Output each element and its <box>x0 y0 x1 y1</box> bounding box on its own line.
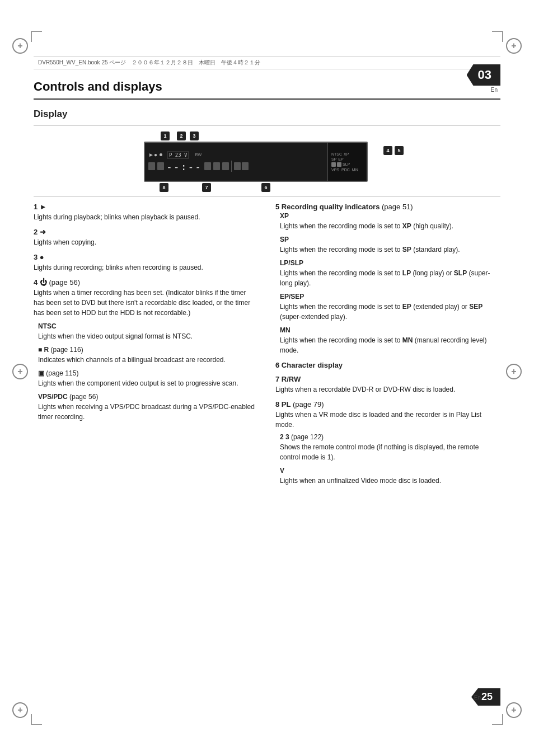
lcd-rw: RW <box>195 153 202 157</box>
seg-3 <box>204 162 211 170</box>
section-title-text: Controls and displays <box>34 79 162 93</box>
seg-2 <box>157 162 164 170</box>
item-8-23-header: 2 3 (page 122) <box>280 433 500 441</box>
lcd-ntsc-xp: NTSC XP <box>331 152 349 156</box>
lcd-dots <box>234 162 249 170</box>
sq-icon-2 <box>337 162 341 167</box>
right-column: 5 Recording quality indicators (page 51)… <box>275 203 500 491</box>
lcd-playback-icons: ►● <box>148 152 162 158</box>
label-7: 7 <box>202 183 211 192</box>
item-7: 7 R/RW Lights when a recordable DVD-R or… <box>275 375 500 395</box>
divider-line <box>231 161 232 172</box>
item-3-header: 3 ● <box>34 253 259 261</box>
lcd-channel: P 23 V <box>167 152 190 158</box>
item-3: 3 ● Lights during recording; blinks when… <box>34 253 259 273</box>
vpspdc-body: Lights when receiving a VPS/PDC broadcas… <box>38 402 259 422</box>
lcd-time: --:-- <box>166 161 202 172</box>
diagram-bottom-labels: 8 7 6 <box>144 183 390 192</box>
item-2-header: 2 ➜ <box>34 228 259 236</box>
epsep-header: EP/SEP <box>280 293 500 300</box>
item-7-title: R/RW <box>282 375 301 383</box>
progressive-body: Lights when the component video output i… <box>38 378 259 388</box>
item-7-num: 7 <box>275 375 279 383</box>
main-content: Controls and displays Display 1 2 3 ►● <box>34 73 500 700</box>
lcd-vps-pdc: VPS PDC MN <box>331 168 358 172</box>
subsection-divider <box>34 125 500 126</box>
seg-5 <box>222 162 229 170</box>
lcd-bottom-row: --:-- <box>148 161 324 172</box>
item-8-pageref: (page 79) <box>293 400 324 408</box>
lpslp-header: LP/SLP <box>280 259 500 267</box>
reg-mark-mid-left <box>12 364 28 379</box>
reg-mark-bottom-right <box>506 702 522 718</box>
ntsc-header: NTSC <box>38 322 259 330</box>
pdc-label: PDC <box>341 168 350 172</box>
item-1-body: Lights during playback; blinks when play… <box>34 212 259 222</box>
label-4: 4 <box>383 146 392 155</box>
reg-mark-top-right <box>506 38 522 54</box>
item-5-header: 5 Recording quality indicators (page 51) <box>275 203 500 211</box>
sq-icon-1 <box>331 162 336 167</box>
item-6-header: 6 Character display <box>275 361 500 369</box>
lcd-segments: --:-- <box>148 161 249 172</box>
play-icon: ►● <box>148 152 157 158</box>
bilingual-header: ■ R (page 116) <box>38 346 259 354</box>
lcd-display: ►● P 23 V RW --:-- <box>144 142 368 182</box>
item-5-pageref: (page 51) <box>382 203 413 211</box>
seg-1 <box>148 162 155 170</box>
xp-label: XP <box>344 152 349 156</box>
lcd-left-section: ►● P 23 V RW --:-- <box>145 143 327 181</box>
slp-label: SLP <box>343 162 350 166</box>
bilingual-pageref: (page 116) <box>51 346 83 354</box>
reg-mark-top-left <box>12 38 28 54</box>
item-3-num: 3 <box>34 253 38 261</box>
item-3-body: Lights during recording; blinks when rec… <box>34 262 259 273</box>
label-3: 3 <box>190 132 199 140</box>
item-5-num: 5 <box>275 203 279 211</box>
item-6-num: 6 <box>275 361 279 369</box>
item-6: 6 Character display <box>275 361 500 369</box>
item-5-title: Recording quality indicators <box>282 203 380 211</box>
item-columns: 1 ► Lights during playback; blinks when … <box>34 203 500 491</box>
item-8-title: PL <box>282 400 291 408</box>
item-8-header: 8 PL (page 79) <box>275 400 500 408</box>
item-1-header: 1 ► <box>34 203 259 211</box>
item-5-xp: XP Lights when the recording mode is set… <box>280 212 500 231</box>
item-4-ntsc: NTSC Lights when the video output signal… <box>38 322 259 341</box>
subsection-title-text: Display <box>34 109 67 119</box>
item-5-sp: SP Lights when the recording mode is set… <box>280 236 500 255</box>
crop-mark-tr <box>492 31 503 42</box>
lcd-sq-icons: SLP <box>331 162 350 167</box>
item-8-23: 2 3 (page 122) Shows the remote control … <box>280 433 500 462</box>
epsep-body: Lights when the recording mode is set to… <box>280 302 500 322</box>
label-2: 2 <box>177 132 186 140</box>
reg-mark-bottom-left <box>12 702 28 718</box>
xp-body: Lights when the recording mode is set to… <box>280 221 500 231</box>
dot-seg-2 <box>242 162 249 170</box>
item-5-mn: MN Lights when the recording mode is set… <box>280 326 500 355</box>
left-column: 1 ► Lights during playback; blinks when … <box>34 203 259 491</box>
item-4-vpspdc: VPS/PDC (page 56) Lights when receiving … <box>38 393 259 422</box>
item-2-body: Lights when copying. <box>34 237 259 247</box>
item-8-body: Lights when a VR mode disc is loaded and… <box>275 410 500 430</box>
section-title: Controls and displays <box>34 73 500 100</box>
seg-4 <box>213 162 220 170</box>
meta-bar: DVR550H_WV_EN.book 25 ページ ２００６年１２月２８日 木曜… <box>34 56 500 69</box>
sp-label: SP <box>331 157 336 161</box>
mn-body: Lights when the recording mode is set to… <box>280 335 500 355</box>
label-1: 1 <box>161 132 170 140</box>
item-5-lpslp: LP/SLP Lights when the recording mode is… <box>280 259 500 288</box>
label-5: 5 <box>395 146 404 155</box>
subsection-title: Display <box>34 109 500 120</box>
sp-header-label: SP <box>280 236 500 243</box>
xp-header: XP <box>280 212 500 220</box>
crop-mark-bl <box>31 714 42 725</box>
progressive-pageref: (page 115) <box>46 369 78 377</box>
item-4-pageref: (page 56) <box>49 278 80 287</box>
mn-label: MN <box>352 168 358 172</box>
item-8-v-header: V <box>280 467 500 475</box>
item-4-header: 4 ⏻ (page 56) <box>34 278 259 287</box>
item-5: 5 Recording quality indicators (page 51)… <box>275 203 500 355</box>
sp-body: Lights when the recording mode is set to… <box>280 245 500 255</box>
item-8-23-body: Shows the remote control mode (if nothin… <box>280 442 500 462</box>
